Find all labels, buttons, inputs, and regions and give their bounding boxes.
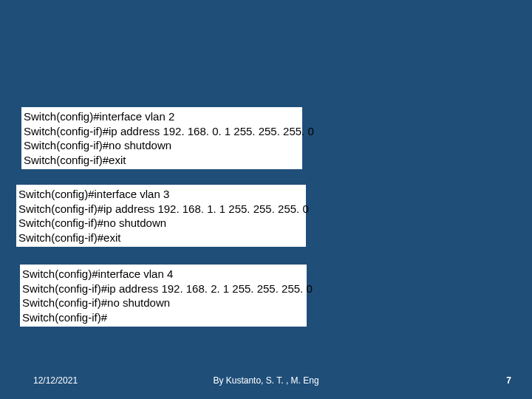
code-block-vlan3: Switch(config)#interface vlan 3 Switch(c… (16, 185, 306, 247)
code-line: Switch(config-if)#ip address 192. 168. 0… (21, 124, 302, 139)
code-block-vlan2: Switch(config)#interface vlan 2 Switch(c… (21, 107, 302, 169)
code-block-vlan4: Switch(config)#interface vlan 4 Switch(c… (20, 265, 307, 327)
code-line: Switch(config)#interface vlan 2 (21, 109, 302, 124)
code-line: Switch(config-if)#no shutdown (21, 138, 302, 153)
code-line: Switch(config-if)#exit (16, 231, 306, 245)
footer-page-number: 7 (506, 375, 511, 386)
code-line: Switch(config-if)#no shutdown (20, 296, 307, 310)
code-line: Switch(config-if)#ip address 192. 168. 1… (16, 202, 306, 216)
code-line: Switch(config)#interface vlan 4 (20, 267, 307, 282)
footer-date: 12/12/2021 (33, 375, 78, 386)
footer-author: By Kustanto, S. T. , M. Eng (213, 375, 318, 386)
code-line: Switch(config-if)#no shutdown (16, 216, 306, 231)
code-line: Switch(config)#interface vlan 3 (16, 187, 306, 202)
code-line: Switch(config-if)#ip address 192. 168. 2… (20, 282, 307, 296)
slide-footer: 12/12/2021 By Kustanto, S. T. , M. Eng 7 (0, 375, 532, 386)
code-line: Switch(config-if)#exit (21, 153, 302, 168)
code-line: Switch(config-if)# (20, 310, 307, 325)
